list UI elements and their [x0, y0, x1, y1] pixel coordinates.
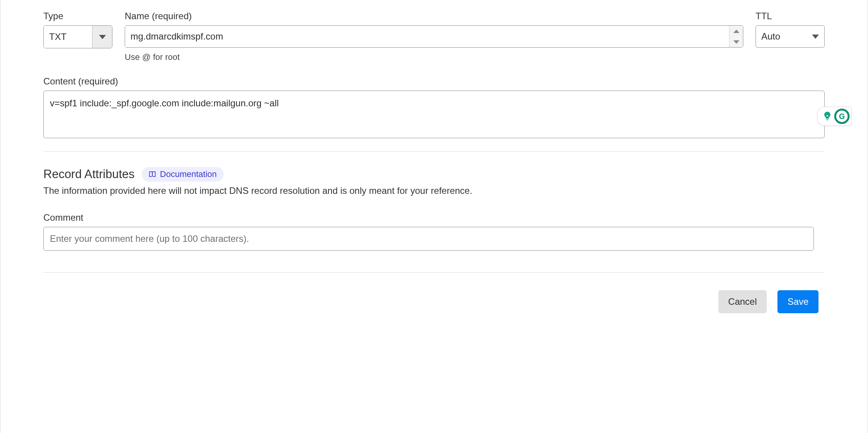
- ttl-label: TTL: [756, 11, 825, 21]
- chevron-down-icon: [812, 35, 819, 39]
- record-attributes-title: Record Attributes: [43, 167, 135, 181]
- record-attributes-header: Record Attributes Documentation: [43, 167, 825, 182]
- type-column: Type TXT: [43, 11, 112, 48]
- grammarly-widget[interactable]: G: [817, 107, 851, 126]
- chevron-down-icon: [99, 35, 106, 39]
- spinner-down-button[interactable]: [729, 36, 743, 47]
- name-spinner: [729, 26, 743, 47]
- grammarly-letter: G: [839, 112, 845, 121]
- save-button[interactable]: Save: [777, 290, 818, 313]
- record-attributes-section: Record Attributes Documentation The info…: [43, 167, 825, 251]
- spinner-up-button[interactable]: [729, 26, 743, 36]
- comment-label: Comment: [43, 212, 825, 223]
- dns-record-form: Type TXT Name (required): [0, 0, 868, 313]
- comment-input[interactable]: [43, 227, 814, 251]
- ttl-column: TTL Auto: [756, 11, 825, 48]
- lightbulb-icon: [823, 111, 832, 122]
- documentation-link[interactable]: Documentation: [142, 167, 224, 182]
- type-select[interactable]: TXT: [43, 25, 112, 48]
- grammarly-icon: G: [834, 109, 850, 124]
- name-hint: Use @ for root: [125, 52, 743, 62]
- name-column: Name (required) Use @ for root: [125, 11, 743, 62]
- documentation-link-text: Documentation: [160, 169, 217, 179]
- content-block: Content (required): [43, 76, 825, 140]
- record-attributes-description: The information provided here will not i…: [43, 185, 825, 196]
- form-actions: Cancel Save: [43, 290, 825, 313]
- chevron-down-icon: [733, 40, 739, 44]
- content-label: Content (required): [43, 76, 825, 87]
- comment-block: Comment: [43, 212, 825, 251]
- chevron-up-icon: [733, 30, 739, 33]
- divider: [43, 272, 825, 273]
- name-input-wrapper: [125, 25, 743, 48]
- type-select-chevron[interactable]: [92, 26, 112, 48]
- ttl-select[interactable]: Auto: [756, 25, 825, 48]
- type-select-value: TXT: [44, 26, 92, 48]
- book-icon: [149, 170, 156, 178]
- svg-rect-0: [826, 119, 828, 120]
- ttl-select-value: Auto: [761, 31, 780, 42]
- type-label: Type: [43, 11, 112, 21]
- name-label: Name (required): [125, 11, 743, 21]
- divider: [43, 151, 825, 152]
- name-input[interactable]: [125, 26, 729, 47]
- cancel-button[interactable]: Cancel: [718, 290, 767, 313]
- record-basic-row: Type TXT Name (required): [43, 11, 825, 62]
- content-textarea[interactable]: [43, 91, 825, 138]
